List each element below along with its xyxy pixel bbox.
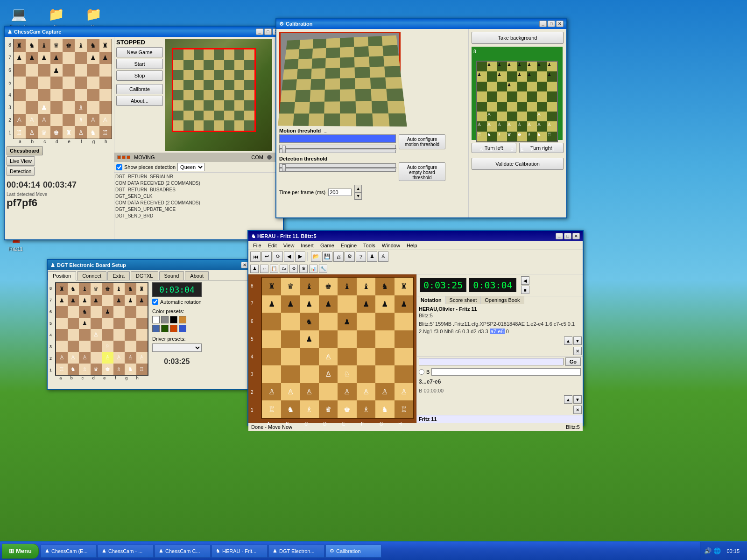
taskbar-chesscam-c[interactable]: ♟ ChessCam C...	[155, 545, 211, 558]
fritz-close[interactable]: ✕	[572, 233, 580, 239]
s-btn3[interactable]: 📋	[270, 265, 278, 273]
clock-ctrl1[interactable]: ◀	[521, 276, 529, 285]
fritz-minimize[interactable]: _	[556, 233, 563, 239]
swatch-green[interactable]	[161, 325, 169, 332]
toolbar-prev[interactable]: ◀	[284, 252, 294, 262]
toolbar-forward[interactable]: ⟳	[273, 252, 283, 262]
toolbar-new[interactable]: ⏮	[250, 252, 261, 262]
fritz-b-input[interactable]	[431, 368, 581, 376]
dgt-tab-connect[interactable]: Connect	[77, 271, 106, 280]
swatch-blue2[interactable]	[179, 325, 186, 332]
clock-ctrl2[interactable]: ■	[521, 286, 529, 294]
time-per-frame-input[interactable]	[328, 189, 352, 196]
toolbar-btn7[interactable]: ♙	[378, 252, 388, 262]
s-btn1[interactable]: ♟	[250, 265, 259, 273]
auto-rotation-checkbox[interactable]	[152, 299, 158, 305]
fritz-tab-notation[interactable]: Notation	[417, 296, 446, 304]
fritz-tab-score[interactable]: Score sheet	[446, 296, 481, 304]
start-button[interactable]: Start	[116, 59, 163, 69]
close-panel-btn[interactable]: ✕	[573, 347, 582, 355]
s-btn5[interactable]: ⚙	[289, 265, 298, 273]
chesscam-minimize[interactable]: _	[256, 28, 263, 35]
show-detection-checkbox[interactable]	[116, 164, 122, 170]
take-background-button[interactable]: Take background	[472, 32, 564, 44]
s-btn6[interactable]: ♛	[299, 265, 308, 273]
cal-minimize[interactable]: _	[539, 21, 547, 27]
swatch-gray[interactable]	[161, 316, 169, 323]
menu-insert[interactable]: Insert	[298, 242, 317, 249]
scroll-down[interactable]: ▼	[573, 336, 582, 345]
tab-chessboard[interactable]: Chessboard	[7, 146, 43, 155]
dgt-tab-sound[interactable]: Sound	[159, 271, 184, 280]
s-btn4[interactable]: 🗂	[280, 265, 288, 273]
s-btn8[interactable]: 🔧	[319, 265, 327, 273]
scroll-bottom-up[interactable]: ▲	[564, 395, 572, 404]
fritz-tab-openings[interactable]: Openings Book	[481, 296, 524, 304]
menu-tools[interactable]: Tools	[360, 242, 378, 249]
menu-game[interactable]: Game	[317, 242, 337, 249]
fritz-radio[interactable]	[419, 369, 424, 375]
dgt-tab-dgtxl[interactable]: DGTXL	[131, 271, 158, 280]
dgt-controls: 0:03:04 Automatic rotation Color presets…	[150, 280, 204, 385]
motion-slider-thumb[interactable]	[282, 146, 286, 153]
auto-empty-button[interactable]: Auto configure empty board threshold	[399, 162, 445, 181]
close-panel2-btn[interactable]: ✕	[573, 406, 582, 414]
toolbar-btn2[interactable]: 💾	[322, 252, 332, 262]
toolbar-btn4[interactable]: ⚙	[345, 252, 355, 262]
driver-preset-select[interactable]	[152, 343, 202, 352]
fritz-maximize[interactable]: □	[564, 233, 571, 239]
swatch-blue1[interactable]	[152, 325, 160, 332]
auto-motion-button[interactable]: Auto configure motion threshold	[399, 134, 445, 149]
taskbar-calibration[interactable]: ⚙ Calibration	[325, 545, 381, 558]
new-game-button[interactable]: New Game	[116, 47, 163, 57]
cell-g2: ♙	[87, 114, 99, 126]
start-button[interactable]: ⊞ Menu	[2, 544, 39, 559]
calibrate-button[interactable]: Calibrate	[116, 84, 163, 94]
menu-help[interactable]: Help	[404, 242, 420, 249]
dgt-tab-about[interactable]: About	[185, 271, 209, 280]
calibration-win-controls: _ □ ✕	[539, 21, 564, 27]
toolbar-btn6[interactable]: ♟	[367, 252, 377, 262]
dgt-tab-position[interactable]: Position	[48, 271, 76, 280]
taskbar-chesscam-2[interactable]: ♟ ChessCam - ...	[98, 545, 154, 558]
chesscam-maximize[interactable]: □	[264, 28, 272, 35]
menu-view[interactable]: View	[281, 242, 297, 249]
menu-file[interactable]: File	[250, 242, 264, 249]
validate-calibration-button[interactable]: Validate Calibration	[472, 158, 564, 170]
toolbar-btn3[interactable]: 🖨	[333, 252, 344, 262]
toolbar-btn1[interactable]: 📂	[311, 252, 321, 262]
swatch-white[interactable]	[152, 316, 160, 323]
cal-close[interactable]: ✕	[556, 21, 564, 27]
swatch-black[interactable]	[170, 316, 177, 323]
spin-down[interactable]: ▼	[354, 192, 362, 200]
about-button[interactable]: About...	[116, 96, 163, 106]
toolbar-btn5[interactable]: ?	[356, 252, 366, 262]
motion-slider[interactable]	[279, 145, 396, 153]
piece-select[interactable]: Queen	[177, 163, 204, 171]
s-btn2[interactable]: ↔	[260, 265, 268, 273]
stop-button[interactable]: Stop	[116, 70, 163, 81]
menu-edit[interactable]: Edit	[265, 242, 280, 249]
swatch-red[interactable]	[170, 325, 177, 332]
s-btn7[interactable]: 📊	[309, 265, 317, 273]
detection-slider-thumb[interactable]	[282, 164, 286, 172]
dgt-tab-extra[interactable]: Extra	[107, 271, 130, 280]
tab-detection[interactable]: Detection	[7, 167, 35, 176]
detection-slider[interactable]	[279, 163, 396, 172]
taskbar-herau[interactable]: ♞ HERAU - Frit...	[211, 545, 268, 558]
menu-engine[interactable]: Engine	[338, 242, 359, 249]
fritz-engine-input[interactable]	[419, 358, 564, 365]
swatch-brown[interactable]	[179, 316, 186, 323]
menu-window[interactable]: Window	[379, 242, 403, 249]
toolbar-back[interactable]: ↩	[261, 252, 272, 262]
scroll-up[interactable]: ▲	[564, 336, 572, 345]
scroll-bottom-down[interactable]: ▼	[573, 395, 582, 404]
cell-h6	[99, 64, 112, 77]
spin-up[interactable]: ▲	[354, 185, 362, 192]
taskbar-chesscam-e[interactable]: ♟ ChessCam (E...	[41, 545, 97, 558]
fritz-go-button[interactable]: Go	[565, 357, 581, 366]
tab-live-view[interactable]: Live View	[7, 156, 35, 166]
cal-maximize[interactable]: □	[548, 21, 555, 27]
toolbar-next[interactable]: ▶	[295, 252, 305, 262]
taskbar-dgt[interactable]: ♟ DGT Electron...	[268, 545, 324, 558]
